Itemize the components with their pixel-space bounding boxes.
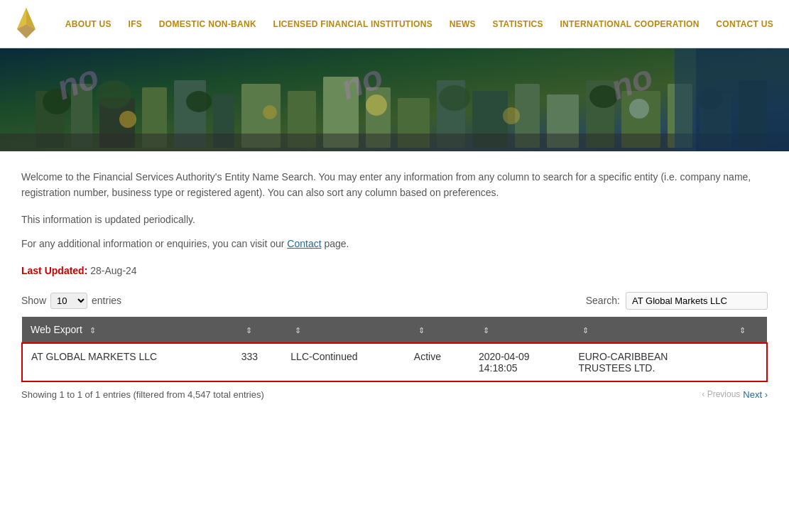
data-table: Web Export ⇕ ⇕ ⇕ ⇕ ⇕ ⇕ ⇕ AT GLOBAL MARKE… [21,317,768,382]
th-col2[interactable]: ⇕ [233,317,283,343]
table-cell-6: EURO-CARIBBEANTRUSTEES LTD. [570,343,726,381]
hero-image: no no no [0,48,789,151]
svg-point-28 [629,99,649,119]
last-updated-label: Last Updated: [21,265,87,276]
last-updated-line: Last Updated: 28-Aug-24 [21,265,768,276]
table-cell-5: 2020-04-0914:18:05 [470,343,570,381]
nav-item-contact-us[interactable]: CONTACT US [716,19,773,29]
table-controls: Show 102550100 entries Search: [21,292,768,310]
nav-item-news[interactable]: NEWS [450,19,476,29]
nav-items-container: ABOUT USIFSDOMESTIC NON-BANKLICENSED FIN… [57,19,782,29]
table-cell-7 [727,343,767,381]
contact-link[interactable]: Contact [287,238,321,249]
th-col6[interactable]: ⇕ [570,317,726,343]
svg-point-31 [186,91,212,112]
svg-rect-37 [696,48,789,151]
pagination-controls: ‹ Previous Next › [702,389,768,400]
sort-icon: ⇕ [89,326,96,335]
svg-point-32 [439,85,470,111]
svg-point-27 [503,107,520,124]
search-input[interactable] [626,292,768,310]
svg-point-33 [589,85,618,108]
svg-rect-35 [0,134,789,151]
main-content: Welcome to the Financial Services Author… [0,151,789,418]
th-col3[interactable]: ⇕ [282,317,406,343]
site-logo[interactable] [7,4,46,43]
table-cell-4: Active [406,343,470,381]
logo-svg [7,4,46,43]
nav-item-licensed-financial-institutions[interactable]: LICENSED FINANCIAL INSTITUTIONS [273,19,432,29]
th-web-export[interactable]: Web Export ⇕ [22,317,233,343]
svg-point-26 [366,94,387,116]
last-updated-value: 28-Aug-24 [90,265,136,276]
contact-text-after: page. [322,238,349,249]
nav-item-domestic-non-bank[interactable]: DOMESTIC NON-BANK [159,19,256,29]
contact-text-before: For any additional information or enquir… [21,238,287,249]
th-col7[interactable]: ⇕ [727,317,767,343]
previous-button[interactable]: ‹ Previous [702,389,740,399]
nav-item-ifs[interactable]: IFS [129,19,143,29]
table-cell-1: AT GLOBAL MARKETS LLC [22,343,233,381]
table-footer: Showing 1 to 1 of 1 entries (filtered fr… [21,389,768,400]
navigation: ABOUT USIFSDOMESTIC NON-BANKLICENSED FIN… [0,0,789,48]
entries-select[interactable]: 102550100 [50,293,87,309]
search-label: Search: [586,295,620,306]
next-button[interactable]: Next › [743,389,768,400]
table-cell-2: 333 [233,343,283,381]
nav-item-about-us[interactable]: ABOUT US [65,19,111,29]
th-col4[interactable]: ⇕ [406,317,470,343]
intro-paragraph: Welcome to the Financial Services Author… [21,169,768,201]
svg-point-30 [96,80,131,109]
show-label: Show [21,295,46,306]
th-col5[interactable]: ⇕ [470,317,570,343]
show-entries-control: Show 102550100 entries [21,293,121,309]
showing-text: Showing 1 to 1 of 1 entries (filtered fr… [21,389,264,400]
table-cell-3: LLC-Continued [282,343,406,381]
nav-item-statistics[interactable]: STATISTICS [493,19,543,29]
svg-point-24 [119,111,136,128]
svg-point-25 [263,105,277,119]
nav-item-international-cooperation[interactable]: INTERNATIONAL COOPERATION [560,19,699,29]
table-row: AT GLOBAL MARKETS LLC333LLC-ContinuedAct… [22,343,767,381]
contact-paragraph: For any additional information or enquir… [21,238,768,249]
table-head: Web Export ⇕ ⇕ ⇕ ⇕ ⇕ ⇕ ⇕ [22,317,767,343]
search-area: Search: [586,292,768,310]
table-header-row: Web Export ⇕ ⇕ ⇕ ⇕ ⇕ ⇕ ⇕ [22,317,767,343]
updated-notice: This information is updated periodically… [21,214,768,225]
svg-point-29 [43,89,71,114]
hero-illustration [0,48,789,151]
table-body: AT GLOBAL MARKETS LLC333LLC-ContinuedAct… [22,343,767,381]
entries-label: entries [92,295,121,306]
